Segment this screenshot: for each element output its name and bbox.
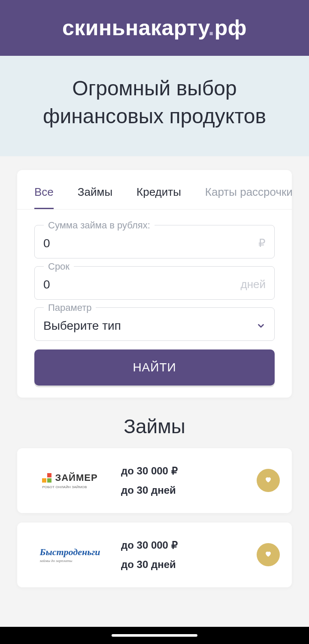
offer-brand-sub: займы до зарплаты bbox=[39, 559, 100, 563]
app-header: скиньнакарту.рф bbox=[0, 0, 309, 56]
offer-term: до 30 дней bbox=[121, 555, 246, 574]
amount-field[interactable]: Сумма займа в рублях: 0 ₽ bbox=[34, 225, 275, 258]
hero: Огромный выбор финансовых продуктов bbox=[0, 56, 309, 156]
ruble-icon: ₽ bbox=[258, 237, 266, 250]
tab-credits[interactable]: Кредиты bbox=[136, 185, 181, 209]
tab-installment[interactable]: Карты рассрочки bbox=[205, 185, 292, 209]
param-value: Выберите тип bbox=[43, 319, 121, 333]
offer-amount: до 30 000 ₽ bbox=[121, 535, 246, 555]
offer-info: до 30 000 ₽ до 30 дней bbox=[121, 461, 246, 500]
amount-value: 0 bbox=[43, 237, 50, 250]
chevron-down-icon bbox=[256, 321, 266, 331]
heart-icon bbox=[264, 476, 272, 485]
zaymer-squares-icon bbox=[42, 473, 52, 485]
offer-logo-bystrodengi: Быстроденьги займы до зарплаты bbox=[29, 547, 111, 563]
tab-all[interactable]: Все bbox=[34, 185, 54, 209]
offer-card[interactable]: ЗАЙМЕР РОБОТ ОНЛАЙН ЗАЙМОВ до 30 000 ₽ д… bbox=[17, 448, 292, 513]
logo-dot: . bbox=[208, 16, 214, 40]
search-form: Сумма займа в рублях: 0 ₽ Срок 0 дней Па… bbox=[17, 210, 292, 341]
favorite-button[interactable] bbox=[257, 469, 280, 492]
offer-brand: ЗАЙМЕР bbox=[55, 472, 97, 483]
term-field[interactable]: Срок 0 дней bbox=[34, 266, 275, 300]
search-card: Все Займы Кредиты Карты рассрочки Сумма … bbox=[17, 170, 292, 398]
offer-amount: до 30 000 ₽ bbox=[121, 461, 246, 481]
offer-logo-zaymer: ЗАЙМЕР РОБОТ ОНЛАЙН ЗАЙМОВ bbox=[29, 472, 111, 489]
param-label: Параметр bbox=[44, 302, 96, 313]
offer-term: до 30 дней bbox=[121, 480, 246, 500]
offer-card[interactable]: Быстроденьги займы до зарплаты до 30 000… bbox=[17, 522, 292, 587]
term-value: 0 bbox=[43, 278, 50, 292]
home-indicator bbox=[0, 627, 309, 644]
term-suffix: дней bbox=[240, 278, 266, 291]
tabs: Все Займы Кредиты Карты рассрочки bbox=[17, 170, 292, 210]
offer-brand-sub: РОБОТ ОНЛАЙН ЗАЙМОВ bbox=[42, 485, 97, 489]
home-bar-icon bbox=[112, 634, 197, 637]
section-title-loans: Займы bbox=[17, 415, 292, 438]
logo-text-right: рф bbox=[215, 16, 247, 40]
offer-brand: Быстроденьги bbox=[39, 547, 100, 557]
heart-icon bbox=[264, 550, 272, 559]
site-logo[interactable]: скиньнакарту.рф bbox=[62, 15, 247, 40]
amount-label: Сумма займа в рублях: bbox=[44, 220, 154, 231]
logo-text-left: скиньнакарту bbox=[62, 16, 208, 40]
search-button[interactable]: НАЙТИ bbox=[34, 349, 275, 386]
svg-rect-1 bbox=[47, 478, 52, 483]
favorite-button[interactable] bbox=[257, 543, 280, 566]
svg-rect-2 bbox=[47, 473, 52, 477]
param-field[interactable]: Параметр Выберите тип bbox=[34, 307, 275, 341]
term-label: Срок bbox=[44, 261, 74, 272]
svg-rect-0 bbox=[42, 478, 46, 483]
offer-info: до 30 000 ₽ до 30 дней bbox=[121, 535, 246, 574]
hero-title: Огромный выбор финансовых продуктов bbox=[13, 75, 296, 131]
tab-loans[interactable]: Займы bbox=[78, 185, 112, 209]
